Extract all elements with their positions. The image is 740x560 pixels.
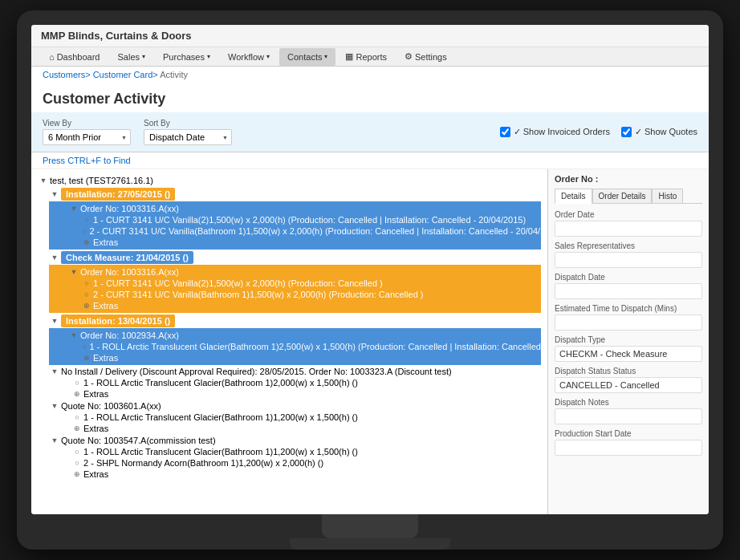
reports-icon: ▦ bbox=[345, 51, 353, 62]
expand-icon: ▼ bbox=[51, 190, 59, 198]
item-1-1[interactable]: ○ 1 - CURT 3141 U/C Vanilla(2)1,500(w) x… bbox=[81, 214, 538, 225]
circle-icon: ○ bbox=[73, 448, 81, 456]
section-check-measure: ▼ Check Measure: 21/04/2015 () ▼ Order N… bbox=[38, 250, 541, 313]
view-by-select[interactable]: 6 Month Prior 3 Month Prior 1 Month Prio… bbox=[43, 129, 131, 145]
order-block-1: ▼ Order No: 1003316.A(xx) ○ 1 - CURT 314… bbox=[49, 201, 541, 250]
tab-history[interactable]: Histo bbox=[652, 189, 683, 203]
nav-sales[interactable]: Sales ▾ bbox=[109, 48, 153, 66]
monitor-stand bbox=[322, 514, 418, 538]
item-1-2[interactable]: ○ 2 - CURT 3141 U/C Vanilla(Bathroom 1)1… bbox=[81, 225, 538, 237]
dispatch-notes-group: Dispatch Notes bbox=[555, 398, 702, 424]
nav-reports[interactable]: ▦ Reports bbox=[337, 47, 395, 66]
quote-item-2-2[interactable]: ○ 2 - SHPL Normandy Acorn(Bathroom 1)1,2… bbox=[71, 457, 541, 469]
quote-row-1[interactable]: ▼ Quote No: 1003601.A(xx) bbox=[49, 400, 541, 412]
order-row-3[interactable]: ▼ Order No: 1002934.A(xx) bbox=[68, 330, 538, 341]
tab-details[interactable]: Details bbox=[555, 189, 592, 204]
circle-icon: ○ bbox=[73, 459, 81, 467]
expand-icon: ▼ bbox=[70, 331, 78, 339]
section-header-blue-2: Check Measure: 21/04/2015 () bbox=[61, 251, 193, 264]
quote-items-2: ○ 1 - ROLL Arctic Translucent Glacier(Ba… bbox=[49, 446, 541, 480]
chevron-down-icon: ▾ bbox=[324, 53, 327, 60]
plus-icon: ⊕ bbox=[83, 302, 91, 310]
expand-icon: ▼ bbox=[51, 317, 59, 325]
expand-icon: ▼ bbox=[51, 254, 59, 262]
extras-2[interactable]: ⊕ Extras bbox=[81, 300, 538, 311]
show-invoiced-orders-checkbox[interactable]: ✓ Show Invoiced Orders bbox=[500, 127, 610, 137]
filter-checkboxes: ✓ Show Invoiced Orders ✓ Show Quotes bbox=[500, 127, 697, 137]
production-start-group: Production Start Date bbox=[555, 429, 702, 456]
breadcrumb-customers[interactable]: Customers> bbox=[43, 70, 91, 79]
search-hint: Press CTRL+F to Find bbox=[31, 152, 709, 169]
right-panel: Order No : Details Order Details Histo O… bbox=[548, 169, 709, 514]
dispatch-notes-label: Dispatch Notes bbox=[555, 398, 702, 407]
no-install-item-1[interactable]: ○ 1 - ROLL Arctic Translucent Glacier(Ba… bbox=[71, 377, 541, 388]
breadcrumb: Customers> Customer Card> Activity bbox=[31, 67, 709, 83]
view-by-label: View By bbox=[43, 119, 131, 128]
sort-by-select[interactable]: Dispatch Date Order Date bbox=[144, 129, 232, 145]
quote-section-2: ▼ Quote No: 1003547.A(commission test) ○… bbox=[38, 435, 541, 480]
section-installation-2: ▼ Installation: 13/04/2015 () ▼ Order No… bbox=[38, 314, 541, 365]
order-date-value bbox=[555, 221, 702, 237]
app-title: MMP Blinds, Curtains & Doors bbox=[41, 30, 192, 42]
section-installation-1: ▼ Installation: 27/05/2015 () ▼ Order No… bbox=[38, 187, 541, 250]
tabs-row: Details Order Details Histo bbox=[555, 189, 702, 204]
order-row-2[interactable]: ▼ Order No: 1003316.A(xx) bbox=[68, 266, 538, 278]
section-header-row-1[interactable]: ▼ Installation: 27/05/2015 () bbox=[49, 187, 541, 201]
production-start-value bbox=[555, 440, 702, 456]
extras-3[interactable]: ⊕ Extras bbox=[81, 352, 538, 363]
show-quotes-label: ✓ Show Quotes bbox=[635, 127, 697, 137]
circle-icon: ○ bbox=[73, 379, 81, 387]
dispatch-type-value: CHECKM - Check Measure bbox=[555, 346, 702, 362]
order-row-1[interactable]: ▼ Order No: 1003316.A(xx) bbox=[68, 203, 538, 214]
order-items-2: ○ 1 - CURT 3141 U/C Vanilla(2)1,500(w) x… bbox=[68, 278, 538, 311]
activity-panel[interactable]: ▼ test, test (TEST2761.16.1) ▼ Installat… bbox=[31, 169, 548, 514]
quote-extras-1[interactable]: ⊕ Extras bbox=[71, 423, 541, 434]
extras-1[interactable]: ⊕ Extras bbox=[81, 237, 538, 248]
quote-row-2[interactable]: ▼ Quote No: 1003547.A(commission test) bbox=[49, 435, 541, 446]
item-2-1[interactable]: ○ 1 - CURT 3141 U/C Vanilla(2)1,500(w) x… bbox=[81, 278, 538, 289]
home-icon: ⌂ bbox=[49, 52, 55, 62]
expand-icon: ▼ bbox=[51, 402, 59, 410]
nav-purchases[interactable]: Purchases ▾ bbox=[155, 48, 218, 66]
nav-workflow[interactable]: Workflow ▾ bbox=[220, 48, 278, 66]
no-install-extras[interactable]: ⊕ Extras bbox=[71, 388, 541, 400]
order-items-1: ○ 1 - CURT 3141 U/C Vanilla(2)1,500(w) x… bbox=[68, 214, 538, 248]
root-row[interactable]: ▼ test, test (TEST2761.16.1) bbox=[38, 175, 541, 186]
plus-icon: ⊕ bbox=[73, 470, 81, 478]
item-3-1[interactable]: ○ 1 - ROLL Arctic Translucent Glacier(Ba… bbox=[81, 341, 538, 352]
nav-contacts[interactable]: Contacts ▾ bbox=[279, 48, 335, 66]
sales-rep-group: Sales Representatives bbox=[555, 241, 702, 268]
no-install-row[interactable]: ▼ No Install / Delivery (Discount Approv… bbox=[49, 366, 541, 377]
show-quotes-checkbox[interactable]: ✓ Show Quotes bbox=[621, 127, 697, 137]
sort-by-label: Sort By bbox=[144, 119, 232, 128]
order-date-label: Order Date bbox=[555, 210, 702, 219]
nav-dashboard[interactable]: ⌂ Dashboard bbox=[41, 48, 108, 66]
item-2-2[interactable]: ○ 2 - CURT 3141 U/C Vanilla(Bathroom 1)1… bbox=[81, 289, 538, 300]
tab-order-details[interactable]: Order Details bbox=[592, 189, 653, 203]
section-header-row-2[interactable]: ▼ Check Measure: 21/04/2015 () bbox=[49, 250, 541, 265]
dispatch-status-value: CANCELLED - Cancelled bbox=[555, 377, 702, 393]
show-invoiced-orders-label: ✓ Show Invoiced Orders bbox=[514, 127, 610, 137]
plus-icon: ⊕ bbox=[83, 354, 91, 362]
quote-item-1-1[interactable]: ○ 1 - ROLL Arctic Translucent Glacier(Ba… bbox=[71, 412, 541, 423]
plus-icon: ⊕ bbox=[73, 390, 81, 398]
no-install-label: No Install / Delivery (Discount Approval… bbox=[61, 367, 452, 376]
expand-icon: ▼ bbox=[39, 177, 47, 185]
monitor-base bbox=[290, 538, 450, 550]
app-header: MMP Blinds, Curtains & Doors bbox=[31, 25, 709, 47]
breadcrumb-customer-card[interactable]: Customer Card> bbox=[93, 70, 158, 79]
quote-extras-2[interactable]: ⊕ Extras bbox=[71, 469, 541, 480]
quote-label-1: Quote No: 1003601.A(xx) bbox=[61, 401, 161, 411]
expand-icon: ▼ bbox=[51, 367, 59, 375]
expand-icon: ▼ bbox=[70, 268, 78, 276]
nav-settings[interactable]: ⚙ Settings bbox=[396, 47, 455, 66]
quote-item-2-1[interactable]: ○ 1 - ROLL Arctic Translucent Glacier(Ba… bbox=[71, 446, 541, 457]
circle-icon: ○ bbox=[83, 290, 91, 298]
circle-icon: ○ bbox=[83, 343, 87, 351]
dispatch-date-value bbox=[555, 283, 702, 299]
view-by-group: View By 6 Month Prior 3 Month Prior 1 Mo… bbox=[43, 119, 131, 145]
circle-icon: ○ bbox=[83, 227, 87, 235]
section-header-row-3[interactable]: ▼ Installation: 13/04/2015 () bbox=[49, 314, 541, 328]
page-title: Customer Activity bbox=[43, 91, 697, 108]
order-label-2: Order No: 1003316.A(xx) bbox=[80, 267, 179, 277]
